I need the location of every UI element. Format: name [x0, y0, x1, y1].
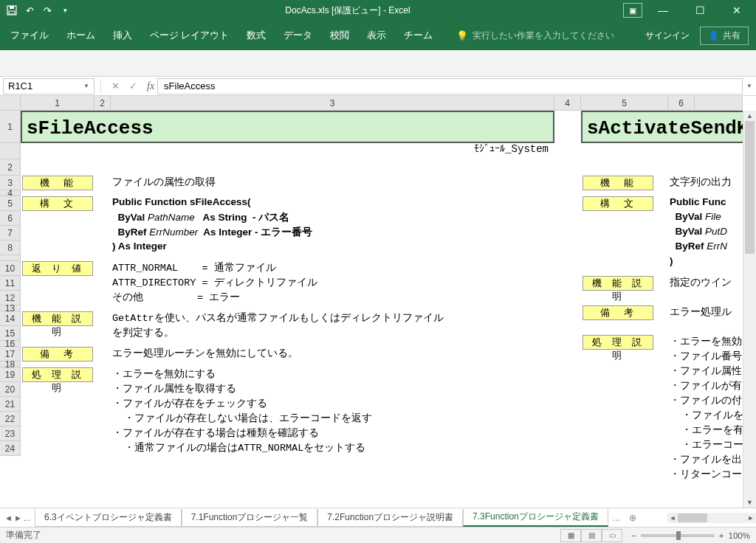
- row-headers[interactable]: 12345678101112131415161718192021222324: [0, 111, 21, 456]
- sheet-tab[interactable]: 7.2Functionプロシージャ説明書: [317, 509, 463, 527]
- row-header[interactable]: 2: [0, 159, 21, 176]
- col-header[interactable]: 6: [668, 96, 695, 111]
- sheet-tab-active[interactable]: 7.3Functionプロシージャ定義書: [463, 509, 608, 527]
- row-header[interactable]: 19: [0, 367, 21, 382]
- tab-file[interactable]: ファイル: [7, 21, 58, 50]
- view-pagelayout-icon[interactable]: ▤: [581, 529, 602, 542]
- vertical-scrollbar[interactable]: ▲ ▼: [743, 111, 756, 508]
- tab-nav-more-icon[interactable]: ...: [608, 513, 625, 523]
- tab-view[interactable]: 表示: [358, 21, 395, 50]
- tab-data[interactable]: データ: [275, 21, 321, 50]
- tab-nav-more-icon[interactable]: ...: [24, 513, 30, 522]
- horizontal-scrollbar[interactable]: ◄ ►: [667, 513, 756, 523]
- zoom-level[interactable]: 100%: [729, 531, 750, 540]
- col-header[interactable]: 2: [94, 96, 111, 111]
- sheet-tab[interactable]: 7.1Functionプロシージャ一覧: [182, 509, 318, 527]
- row-header[interactable]: 1: [0, 111, 21, 143]
- cell-text: エラー処理ルーチンを無効にしている。: [111, 347, 298, 360]
- cell-text: ・ファイルが存在しない場合は、エラーコードを返す: [111, 412, 372, 425]
- view-pagebreak-icon[interactable]: ▭: [602, 529, 622, 542]
- cell-text: ByRef ErrNumber As Integer - エラー番号: [111, 226, 312, 239]
- col-header[interactable]: 3: [111, 96, 554, 111]
- title-bar: ↶ ↷ ▾ DocAcs.xls [保護ビュー] - Excel ▣ ― ☐ ✕: [0, 0, 756, 21]
- redo-icon[interactable]: ↷: [40, 3, 55, 18]
- cell-text: GetAttrを使い、パス名が通常ファイルもしくはディレクトリファイル: [111, 311, 444, 325]
- tab-review[interactable]: 校閲: [321, 21, 358, 50]
- row-header[interactable]: 5: [0, 196, 21, 211]
- col-header[interactable]: 4: [554, 96, 581, 111]
- tab-nav-next-icon[interactable]: ►: [14, 513, 22, 522]
- formula-expand-icon[interactable]: ▼: [743, 83, 756, 89]
- sec-kinousetsu-right: 機 能 説 明: [583, 276, 653, 291]
- share-button[interactable]: 👤 共有: [700, 27, 749, 45]
- row-header[interactable]: 13: [0, 305, 21, 311]
- row-header[interactable]: 4: [0, 190, 21, 196]
- row-header[interactable]: [0, 255, 21, 261]
- row-header[interactable]: [0, 143, 21, 159]
- row-header[interactable]: 6: [0, 211, 21, 226]
- column-headers[interactable]: 123456: [21, 96, 743, 111]
- row-header[interactable]: 14: [0, 311, 21, 326]
- row-header[interactable]: 21: [0, 397, 21, 412]
- hscroll-thumb[interactable]: [678, 513, 707, 522]
- zoom-out-icon[interactable]: −: [631, 531, 636, 540]
- row-header[interactable]: 16: [0, 341, 21, 347]
- window-title: DocAcs.xls [保護ビュー] - Excel: [72, 4, 623, 17]
- scroll-left-icon[interactable]: ◄: [667, 514, 678, 522]
- status-bar: 準備完了 ▦ ▤ ▭ − + 100%: [0, 527, 756, 543]
- cells-area[interactable]: sFileAccess sActivateSendK ﾓｼﾞｭｰﾙ_System…: [21, 111, 743, 508]
- formula-input[interactable]: sFileAccess: [157, 78, 743, 94]
- sec-shori-left: 処 理 説 明: [22, 367, 93, 382]
- cell-text: ファイルの属性の取得: [111, 176, 216, 189]
- row-header[interactable]: 23: [0, 426, 21, 441]
- tab-team[interactable]: チーム: [395, 21, 441, 50]
- cell-text: ・エラーを無効にする: [111, 367, 216, 381]
- sec-kinou-right: 機 能: [583, 176, 653, 190]
- fx-icon[interactable]: fx: [147, 80, 154, 92]
- tab-nav-prev-icon[interactable]: ◄: [4, 513, 13, 522]
- view-normal-icon[interactable]: ▦: [560, 529, 581, 542]
- ribbon: ファイル ホーム 挿入 ページ レイアウト 数式 データ 校閲 表示 チーム 💡…: [0, 21, 756, 50]
- sec-kinou-left: 機 能: [22, 176, 93, 190]
- scroll-down-icon[interactable]: ▼: [743, 497, 756, 508]
- row-header[interactable]: 11: [0, 276, 21, 291]
- zoom-slider[interactable]: [641, 534, 715, 537]
- enter-icon[interactable]: ✓: [126, 80, 140, 91]
- zoom-in-icon[interactable]: +: [719, 531, 724, 540]
- tab-pagelayout[interactable]: ページ レイアウト: [141, 21, 238, 50]
- name-box[interactable]: R1C1 ▼: [3, 78, 94, 94]
- name-box-dropdown-icon[interactable]: ▼: [83, 83, 89, 89]
- row-header[interactable]: 18: [0, 362, 21, 367]
- qat-dropdown-icon[interactable]: ▾: [58, 3, 72, 18]
- select-all-corner[interactable]: [0, 96, 21, 111]
- worksheet-grid[interactable]: 123456 123456781011121314151617181920212…: [0, 96, 756, 508]
- row-header[interactable]: 22: [0, 412, 21, 426]
- row-header[interactable]: 10: [0, 261, 21, 276]
- scroll-up-icon[interactable]: ▲: [743, 111, 756, 121]
- sign-in-link[interactable]: サインイン: [645, 30, 690, 42]
- tab-formulas[interactable]: 数式: [238, 21, 275, 50]
- row-header[interactable]: 20: [0, 382, 21, 397]
- scroll-right-icon[interactable]: ►: [746, 514, 756, 522]
- cell-text: ・ファイルが存在をチェックする: [111, 397, 267, 410]
- ribbon-display-icon[interactable]: ▣: [623, 3, 642, 18]
- save-icon[interactable]: [4, 3, 19, 18]
- row-header[interactable]: 7: [0, 226, 21, 241]
- tab-home[interactable]: ホーム: [58, 21, 104, 50]
- share-icon: 👤: [708, 30, 719, 41]
- close-button[interactable]: ✕: [721, 0, 753, 21]
- row-header[interactable]: 24: [0, 441, 21, 456]
- maximize-button[interactable]: ☐: [684, 0, 716, 21]
- scroll-thumb[interactable]: [745, 121, 755, 254]
- tell-me-search[interactable]: 💡 実行したい作業を入力してください: [456, 30, 614, 42]
- minimize-button[interactable]: ―: [647, 0, 679, 21]
- cancel-icon[interactable]: ✕: [109, 80, 122, 91]
- sheet-tab[interactable]: 6.3イベントプロシージャ定義書: [35, 509, 182, 527]
- row-header[interactable]: 8: [0, 241, 21, 255]
- add-sheet-icon[interactable]: ⊕: [625, 513, 641, 523]
- col-header[interactable]: 1: [21, 96, 94, 111]
- col-header[interactable]: 5: [581, 96, 668, 111]
- cell-text: ・ファイル属性を取得する: [111, 382, 236, 395]
- tab-insert[interactable]: 挿入: [104, 21, 141, 50]
- undo-icon[interactable]: ↶: [22, 3, 37, 18]
